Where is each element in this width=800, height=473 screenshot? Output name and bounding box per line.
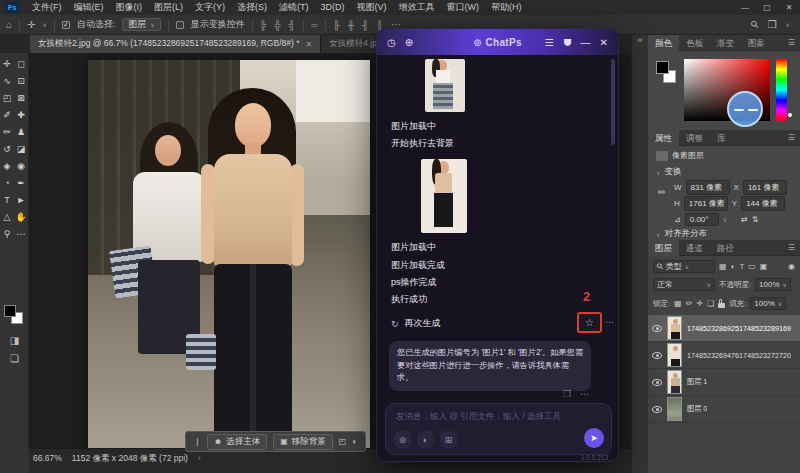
- chat-input-box[interactable]: 发消息，输入 @ 引用文件，输入 / 选择工具 ⊛ ◐ ⊞ ➤: [385, 403, 612, 455]
- menu-file[interactable]: 文件(F): [26, 0, 68, 15]
- move-tool-icon[interactable]: ✛: [27, 19, 35, 30]
- eyedropper-tool[interactable]: ✐: [0, 106, 14, 123]
- home-icon[interactable]: ⌂: [6, 19, 12, 30]
- menu-view[interactable]: 视图(V): [351, 0, 393, 15]
- filter-type-icon[interactable]: T: [739, 262, 744, 271]
- layer-row-selected[interactable]: 17485232869251748523289169: [648, 315, 800, 342]
- chevron-down-icon[interactable]: ∨: [786, 21, 790, 28]
- history-brush-tool[interactable]: ↺: [0, 140, 14, 157]
- layer-name[interactable]: 图层 1: [687, 377, 707, 387]
- collapse-panels-icon[interactable]: «: [637, 35, 642, 45]
- flip-vertical-icon[interactable]: ⇅: [752, 215, 759, 224]
- visibility-eye-icon[interactable]: [652, 325, 662, 332]
- autoselect-target-dropdown[interactable]: 图层 ∨: [122, 18, 160, 31]
- visibility-eye-icon[interactable]: [652, 379, 662, 386]
- status-chevron-icon[interactable]: ›: [198, 453, 201, 463]
- clone-stamp-tool[interactable]: ♟: [14, 123, 28, 140]
- align-left-icon[interactable]: ╠: [260, 20, 267, 30]
- layer-name[interactable]: 17485232869251748523289169: [687, 324, 791, 333]
- filter-pin-icon[interactable]: ◉: [788, 262, 795, 271]
- menu-image[interactable]: 图像(I): [110, 0, 149, 15]
- brush-tool[interactable]: ✏: [0, 123, 14, 140]
- zoom-tool[interactable]: ⚲: [0, 225, 14, 242]
- foreground-color-swatch[interactable]: [4, 305, 16, 317]
- section-chevron-icon[interactable]: ∨: [656, 169, 660, 176]
- new-chat-icon[interactable]: ⊕: [405, 37, 413, 48]
- lasso-tool[interactable]: ∿: [0, 72, 14, 89]
- generated-image-thumbnail-1[interactable]: [425, 59, 465, 112]
- layer-name[interactable]: 17485232694761748523272720: [687, 351, 791, 360]
- search-icon[interactable]: ⚲: [748, 18, 761, 31]
- frame-tool[interactable]: ⊠: [14, 89, 28, 106]
- shape-tool[interactable]: △: [0, 208, 14, 225]
- layer-thumbnail[interactable]: [667, 397, 682, 421]
- lock-position-icon[interactable]: ✛: [696, 299, 703, 308]
- select-subject-button[interactable]: ☻ 选择主体: [207, 434, 267, 450]
- distribute-right-icon[interactable]: ╢: [362, 20, 369, 30]
- align-top-icon[interactable]: ═: [311, 20, 318, 30]
- drag-handle[interactable]: ❙: [194, 437, 201, 446]
- dodge-tool[interactable]: ◔: [0, 174, 14, 191]
- layer-filter-dropdown[interactable]: ⚲ 类型 ∨: [653, 260, 715, 273]
- tab-channels[interactable]: 通道: [679, 240, 710, 256]
- screen-mode-icon[interactable]: ❏: [0, 353, 29, 364]
- more-actions-icon[interactable]: ⋯: [580, 389, 589, 399]
- opacity-dropdown[interactable]: 100% ∨: [755, 278, 791, 291]
- tab-adjustments[interactable]: 调整: [679, 130, 710, 146]
- layer-thumbnail[interactable]: [667, 316, 682, 340]
- close-icon[interactable]: ✕: [305, 40, 312, 49]
- layer-row[interactable]: 17485232694761748523272720: [648, 342, 800, 369]
- panel-menu-icon[interactable]: ☰: [788, 243, 800, 252]
- menu-window[interactable]: 窗口(W): [441, 0, 486, 15]
- eraser-tool[interactable]: ◪: [14, 140, 28, 157]
- window-maximize-button[interactable]: ▢: [756, 3, 778, 12]
- align-right-icon[interactable]: ╣: [289, 20, 296, 30]
- zoom-level[interactable]: 66.67%: [33, 453, 62, 463]
- y-field[interactable]: 144 像素: [741, 196, 785, 211]
- hand-tool[interactable]: ✋: [14, 208, 28, 225]
- close-icon[interactable]: ✕: [600, 37, 608, 48]
- tab-paths[interactable]: 路径: [710, 240, 741, 256]
- window-minimize-button[interactable]: —: [734, 3, 756, 12]
- regenerate-button[interactable]: ↻ 再次生成: [391, 317, 441, 330]
- lock-all-icon[interactable]: [718, 303, 725, 308]
- tab-layers[interactable]: 图层: [648, 240, 679, 256]
- menu-help[interactable]: 帮助(H): [485, 0, 528, 15]
- flip-horizontal-icon[interactable]: ⇄: [741, 215, 748, 224]
- type-tool[interactable]: T: [0, 191, 14, 208]
- minimize-icon[interactable]: —: [581, 37, 591, 48]
- gradient-tool[interactable]: ◈: [0, 157, 14, 174]
- blend-mode-dropdown[interactable]: 正常 ∨: [653, 278, 715, 291]
- tab-libraries[interactable]: 库: [710, 130, 733, 146]
- height-field[interactable]: 1761 像素: [684, 196, 728, 211]
- move-tool[interactable]: ✛: [0, 55, 14, 72]
- chevron-down-icon[interactable]: ∨: [723, 216, 727, 223]
- workspace-switcher-icon[interactable]: ❐: [768, 19, 777, 30]
- object-selection-tool[interactable]: ⊡: [14, 72, 28, 89]
- filter-adjustment-icon[interactable]: ◐: [731, 262, 736, 271]
- style-palette-icon[interactable]: ◐: [417, 431, 434, 448]
- history-icon[interactable]: ◷: [387, 37, 396, 48]
- path-selection-tool[interactable]: ►: [14, 191, 28, 208]
- generated-image-thumbnail-2[interactable]: [421, 159, 467, 233]
- visibility-eye-icon[interactable]: [652, 352, 662, 359]
- tab-properties[interactable]: 属性: [648, 130, 679, 146]
- layer-thumbnail[interactable]: [667, 343, 682, 367]
- blur-tool[interactable]: ◉: [14, 157, 28, 174]
- chevron-down-icon[interactable]: ∨: [42, 21, 46, 28]
- tools-box-icon[interactable]: ⊞: [440, 431, 457, 448]
- menu-layer[interactable]: 图层(L): [148, 0, 189, 15]
- window-close-button[interactable]: ✕: [778, 3, 800, 12]
- tab-color[interactable]: 颜色: [648, 35, 679, 51]
- hue-slider[interactable]: [776, 59, 787, 121]
- remove-background-button[interactable]: ▣ 移除背景: [273, 434, 333, 450]
- favorite-star-button[interactable]: ☆: [577, 312, 602, 333]
- attach-icon[interactable]: ⊛: [394, 431, 411, 448]
- tab-patterns[interactable]: 图案: [741, 35, 772, 51]
- lock-artboard-icon[interactable]: ❏: [707, 299, 714, 308]
- filter-shape-icon[interactable]: ▭: [748, 262, 756, 271]
- menu-select[interactable]: 选择(S): [231, 0, 273, 15]
- foreground-color-swatch[interactable]: [656, 61, 669, 74]
- align-center-icon[interactable]: ╬: [274, 20, 281, 30]
- pin-icon[interactable]: ☗: [563, 37, 572, 48]
